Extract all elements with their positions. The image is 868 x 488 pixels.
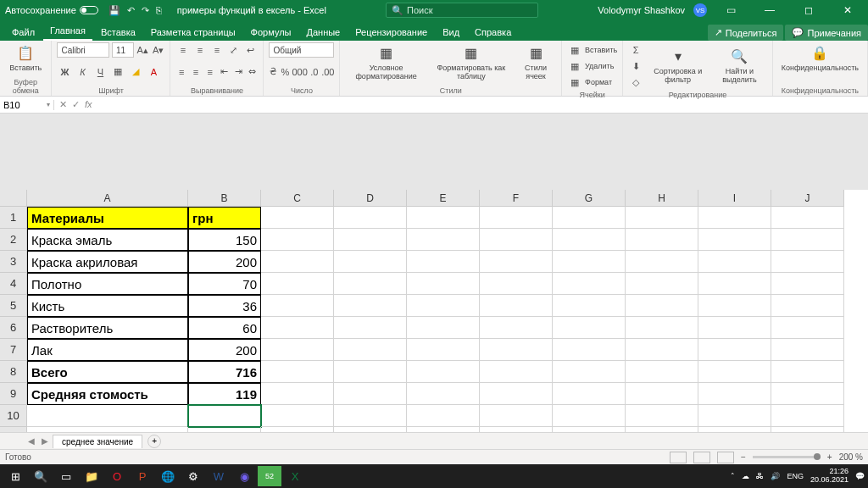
cell-J10[interactable] — [771, 405, 844, 427]
col-header-D[interactable]: D — [334, 190, 407, 207]
cell-E10[interactable] — [407, 405, 480, 427]
col-header-I[interactable]: I — [698, 190, 771, 207]
delete-cells-button[interactable]: Удалить — [585, 62, 614, 70]
cell-C11[interactable] — [261, 427, 334, 432]
chrome-icon[interactable]: 🌐 — [156, 466, 180, 486]
format-cells-button[interactable]: Формат — [585, 78, 612, 86]
cell-D1[interactable] — [334, 207, 407, 229]
font-size-combo[interactable]: 11 — [112, 42, 133, 58]
cell-J4[interactable] — [771, 273, 844, 295]
cell-F6[interactable] — [480, 317, 553, 339]
cell-F5[interactable] — [480, 295, 553, 317]
sheet-tab[interactable]: среднее значение — [53, 435, 142, 448]
undo-icon[interactable]: ↶ — [127, 5, 135, 16]
cell-F10[interactable] — [480, 405, 553, 427]
cell-C9[interactable] — [261, 383, 334, 405]
number-format-combo[interactable]: Общий — [269, 42, 334, 58]
cell-B10[interactable] — [188, 405, 261, 427]
cell-F9[interactable] — [480, 383, 553, 405]
cell-H4[interactable] — [626, 273, 698, 295]
normal-view-icon[interactable] — [670, 452, 687, 463]
row-header-9[interactable]: 9 — [0, 383, 27, 405]
minimize-icon[interactable]: — — [754, 4, 785, 16]
add-sheet-button[interactable]: + — [147, 435, 161, 448]
zoom-level[interactable]: 200 % — [839, 452, 863, 462]
cell-D9[interactable] — [334, 383, 407, 405]
onedrive-icon[interactable]: ☁ — [742, 472, 749, 480]
cell-I6[interactable] — [698, 317, 771, 339]
orientation-icon[interactable]: ⤢ — [226, 42, 241, 58]
col-header-E[interactable]: E — [407, 190, 480, 207]
cell-B4[interactable]: 70 — [188, 273, 261, 295]
row-header-6[interactable]: 6 — [0, 317, 27, 339]
comments-button[interactable]: 💬Примечания — [785, 25, 868, 41]
row-header-4[interactable]: 4 — [0, 273, 27, 295]
tab-справка[interactable]: Справка — [468, 24, 518, 41]
tab-данные[interactable]: Данные — [299, 24, 347, 41]
cell-B9[interactable]: 119 — [188, 383, 261, 405]
percent-icon[interactable]: % — [281, 64, 290, 80]
powerpoint-icon[interactable]: P — [131, 466, 154, 486]
cell-G9[interactable] — [553, 383, 626, 405]
cell-F4[interactable] — [480, 273, 553, 295]
cell-J11[interactable] — [771, 427, 844, 432]
cell-styles-button[interactable]: ▦Стили ячеек — [515, 42, 556, 83]
format-as-table-button[interactable]: ▦Форматировать как таблицу — [430, 42, 513, 83]
fx-icon[interactable]: fx — [85, 99, 92, 110]
col-header-G[interactable]: G — [553, 190, 626, 207]
cell-H8[interactable] — [626, 361, 698, 383]
zoom-in-icon[interactable]: + — [827, 452, 832, 462]
cell-H2[interactable] — [626, 229, 698, 251]
clear-icon[interactable]: ◇ — [628, 75, 643, 90]
start-icon[interactable]: ⊞ — [3, 466, 27, 486]
decrease-font-icon[interactable]: A▾ — [152, 42, 164, 58]
cell-D6[interactable] — [334, 317, 407, 339]
align-right-icon[interactable]: ≡ — [204, 64, 216, 80]
cell-H1[interactable] — [626, 207, 698, 229]
page-layout-icon[interactable] — [693, 452, 710, 463]
italic-icon[interactable]: К — [75, 64, 90, 80]
word-icon[interactable]: W — [207, 466, 231, 486]
cell-F1[interactable] — [480, 207, 553, 229]
cell-D2[interactable] — [334, 229, 407, 251]
cell-G8[interactable] — [553, 361, 626, 383]
cell-H10[interactable] — [626, 405, 698, 427]
cell-B2[interactable]: 150 — [188, 229, 261, 251]
cell-E7[interactable] — [407, 339, 480, 361]
cell-G11[interactable] — [553, 427, 626, 432]
ribbon-options-icon[interactable]: ▭ — [715, 4, 746, 16]
cell-C4[interactable] — [261, 273, 334, 295]
underline-icon[interactable]: Ч — [92, 64, 108, 80]
row-header-2[interactable]: 2 — [0, 229, 27, 251]
fill-icon[interactable]: ⬇ — [628, 58, 643, 74]
cell-C3[interactable] — [261, 251, 334, 273]
cell-E9[interactable] — [407, 383, 480, 405]
explorer-icon[interactable]: 📁 — [80, 466, 103, 486]
language-indicator[interactable]: ENG — [787, 472, 804, 480]
cell-I1[interactable] — [698, 207, 771, 229]
format-cells-icon[interactable]: ▦ — [567, 75, 582, 90]
cell-J2[interactable] — [771, 229, 844, 251]
cell-I5[interactable] — [698, 295, 771, 317]
cell-D7[interactable] — [334, 339, 407, 361]
cell-E3[interactable] — [407, 251, 480, 273]
row-header-7[interactable]: 7 — [0, 339, 27, 361]
page-break-icon[interactable] — [717, 452, 734, 463]
clock[interactable]: 21:26 20.06.2021 — [810, 468, 849, 485]
border-icon[interactable]: ▦ — [110, 64, 125, 80]
cell-A10[interactable] — [27, 405, 188, 427]
delete-cells-icon[interactable]: ▦ — [567, 58, 582, 74]
align-center-icon[interactable]: ≡ — [190, 64, 202, 80]
cell-G4[interactable] — [553, 273, 626, 295]
tab-разметка страницы[interactable]: Разметка страницы — [144, 24, 242, 41]
cell-C10[interactable] — [261, 405, 334, 427]
cell-A8[interactable]: Всего — [27, 361, 188, 383]
cancel-fx-icon[interactable]: ✕ — [59, 99, 67, 110]
autosum-icon[interactable]: Σ — [628, 42, 643, 58]
cell-C6[interactable] — [261, 317, 334, 339]
tab-вставка[interactable]: Вставка — [94, 24, 142, 41]
col-header-H[interactable]: H — [626, 190, 698, 207]
insert-cells-button[interactable]: Вставить — [585, 46, 617, 54]
cell-J7[interactable] — [771, 339, 844, 361]
tab-главная[interactable]: Главная — [43, 22, 92, 41]
